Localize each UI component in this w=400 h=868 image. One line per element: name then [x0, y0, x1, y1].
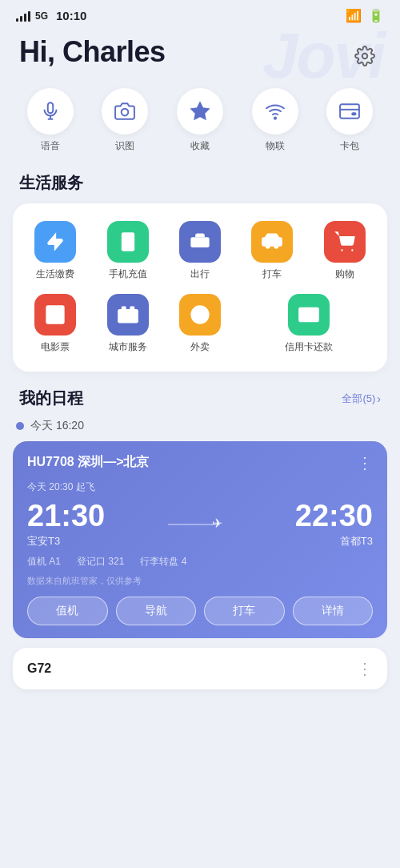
movie-icon [34, 294, 76, 336]
wallet-icon-bg [326, 88, 373, 135]
flight-times: 21:30 宝安T3 ✈ 22:30 首都T3 [27, 500, 373, 549]
quick-action-voice[interactable]: 语音 [27, 88, 74, 153]
service-mobile[interactable]: ¥ 手机充值 [91, 216, 163, 286]
schedule-container: 今天 16:20 HU7708 深圳—>北京 ⋮ 今天 20:30 起飞 21:… [0, 419, 400, 689]
settings-button[interactable] [349, 40, 381, 72]
svg-point-4 [122, 109, 129, 116]
service-city[interactable]: 城市服务 [91, 289, 163, 359]
train-more-button[interactable]: ⋮ [357, 661, 373, 677]
date-indicator [16, 422, 24, 430]
wifi-icon: 📶 [346, 8, 362, 23]
quick-action-iot[interactable]: 物联 [252, 88, 298, 153]
vision-label: 识图 [115, 139, 134, 153]
svg-marker-5 [191, 102, 209, 119]
city-label: 城市服务 [109, 340, 147, 354]
svg-point-16 [341, 249, 342, 251]
mobile-icon: ¥ [107, 221, 149, 263]
departure-info: 今天 20:30 起飞 [27, 480, 373, 494]
schedule-title: 我的日程 [19, 388, 83, 409]
svg-rect-28 [298, 307, 319, 323]
arrive-block: 22:30 首都T3 [295, 500, 373, 549]
credit-icon [288, 294, 330, 336]
network-type: 5G [35, 10, 48, 22]
service-taxi[interactable]: 打车 [236, 216, 308, 286]
svg-point-15 [274, 244, 279, 249]
svg-point-14 [266, 244, 270, 249]
svg-point-6 [274, 118, 275, 119]
svg-rect-26 [118, 309, 138, 323]
utilities-label: 生活缴费 [36, 267, 74, 281]
taxi-icon [251, 221, 293, 263]
depart-airport: 宝安T3 [27, 534, 105, 549]
navigate-button[interactable]: 导航 [116, 597, 197, 625]
status-left: 5G 10:10 [16, 9, 86, 22]
svg-point-17 [351, 249, 353, 251]
quick-action-vision[interactable]: 识图 [102, 88, 148, 153]
transit-label: 出行 [190, 267, 210, 281]
checkin-button[interactable]: 值机 [27, 597, 108, 625]
iot-icon-bg [252, 88, 298, 135]
vision-icon-bg [102, 88, 148, 135]
food-icon [179, 294, 221, 336]
shopping-label: 购物 [335, 267, 354, 281]
status-bar: 5G 10:10 📶 🔋 [0, 0, 400, 27]
iot-label: 物联 [266, 139, 285, 153]
services-card: 生活缴费 ¥ 手机充值 出行 打车 购物 [13, 203, 387, 372]
quick-action-favorites[interactable]: 收藏 [177, 88, 223, 153]
svg-text:¥: ¥ [124, 235, 130, 243]
flight-header: HU7708 深圳—>北京 ⋮ [27, 454, 373, 471]
greeting-text: Hi, Charles [19, 35, 166, 69]
food-label: 外卖 [190, 340, 210, 354]
credit-label: 信用卡还款 [285, 340, 333, 354]
date-text: 今天 16:20 [30, 419, 84, 433]
flight-route: HU7708 深圳—>北京 [27, 454, 150, 471]
service-transit[interactable]: 出行 [164, 216, 236, 286]
flight-more-button[interactable]: ⋮ [357, 455, 373, 471]
flight-details: 值机 A1 登记口 321 行李转盘 4 [27, 555, 373, 569]
service-food[interactable]: 外卖 [164, 289, 236, 359]
schedule-header: 我的日程 全部(5) › [0, 388, 400, 419]
svg-rect-9 [352, 113, 355, 115]
quick-action-wallet[interactable]: 卡包 [326, 88, 373, 153]
svg-text:✈: ✈ [212, 516, 222, 530]
checkin-info: 值机 A1 [27, 555, 61, 569]
taxi-button[interactable]: 打车 [204, 597, 285, 625]
mobile-label: 手机充值 [109, 267, 147, 281]
movie-label: 电影票 [41, 340, 70, 354]
data-note: 数据来自航班管家，仅供参考 [27, 575, 373, 587]
svg-rect-1 [48, 102, 54, 113]
depart-time: 21:30 [27, 500, 105, 531]
voice-label: 语音 [41, 139, 60, 153]
schedule-date: 今天 16:20 [13, 419, 387, 433]
service-credit[interactable]: 信用卡还款 [236, 289, 381, 359]
depart-block: 21:30 宝安T3 [27, 500, 105, 549]
service-shopping[interactable]: 购物 [309, 216, 381, 286]
svg-point-0 [362, 54, 368, 59]
chevron-right-icon: › [377, 392, 381, 405]
shopping-icon [324, 221, 366, 263]
city-icon [107, 294, 149, 336]
life-services-title: 生活服务 [0, 166, 400, 203]
svg-rect-18 [46, 305, 65, 323]
service-movie[interactable]: 电影票 [19, 289, 91, 359]
arrive-time: 22:30 [295, 500, 373, 531]
schedule-all-button[interactable]: 全部(5) › [342, 392, 381, 406]
taxi-label: 打车 [262, 267, 282, 281]
svg-rect-13 [190, 237, 209, 247]
details-button[interactable]: 详情 [293, 597, 374, 625]
flight-card: HU7708 深圳—>北京 ⋮ 今天 20:30 起飞 21:30 宝安T3 ✈… [13, 441, 387, 638]
transit-icon [179, 221, 221, 263]
header: Jovi Hi, Charles [0, 27, 400, 80]
quick-actions: 语音 识图 收藏 物联 [0, 80, 400, 166]
train-card: G72 ⋮ [13, 648, 387, 689]
service-utilities[interactable]: 生活缴费 [19, 216, 91, 286]
utilities-icon [34, 221, 76, 263]
gate-info: 登记口 321 [77, 555, 124, 569]
svg-rect-7 [340, 104, 359, 118]
status-time: 10:10 [56, 9, 86, 22]
baggage-info: 行李转盘 4 [140, 555, 186, 569]
signal-icon [16, 10, 30, 22]
flight-arrow: ✈ [105, 516, 295, 532]
train-header: G72 ⋮ [27, 661, 373, 677]
voice-icon-bg [27, 88, 74, 135]
